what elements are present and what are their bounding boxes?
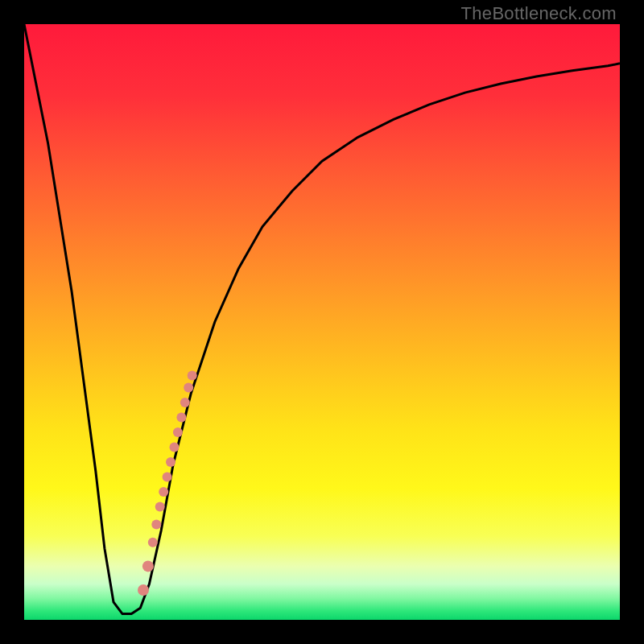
data-point: [159, 487, 168, 497]
plot-area: [24, 24, 620, 620]
data-point: [142, 560, 154, 572]
chart-svg: [24, 24, 620, 620]
data-point: [155, 502, 165, 511]
data-point: [151, 520, 161, 530]
data-points: [138, 371, 197, 596]
data-point: [138, 584, 149, 596]
data-point: [163, 472, 172, 481]
data-point: [184, 382, 193, 392]
chart-frame: TheBottleneck.com: [0, 0, 644, 644]
data-point: [173, 427, 183, 437]
data-point: [180, 398, 190, 407]
bottleneck-curve: [24, 24, 620, 614]
data-point: [170, 442, 180, 452]
data-point: [148, 538, 158, 547]
data-point: [166, 457, 175, 467]
data-point: [188, 371, 197, 381]
attribution-text: TheBottleneck.com: [461, 3, 617, 24]
data-point: [176, 412, 186, 422]
